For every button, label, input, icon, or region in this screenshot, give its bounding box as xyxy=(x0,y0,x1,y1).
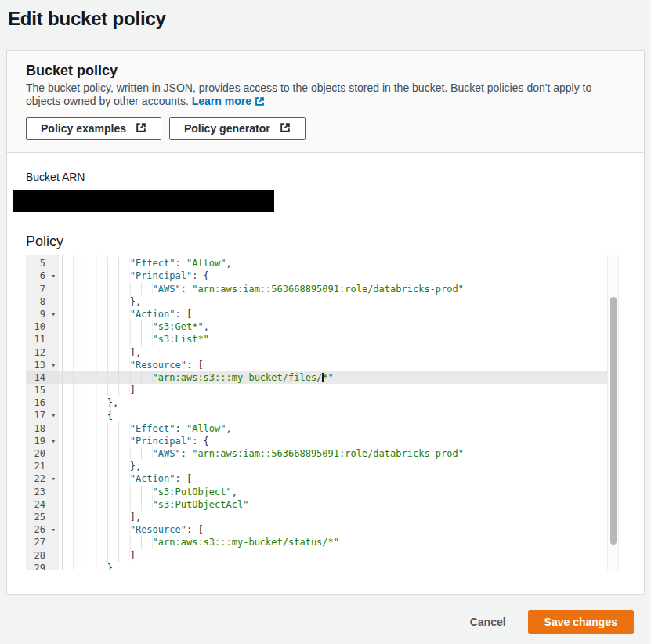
policy-label: Policy xyxy=(26,233,625,250)
code-token: "Principal" xyxy=(130,436,192,447)
code-token: }, xyxy=(107,397,118,408)
code-line-18[interactable]: 18"Effect": "Allow", xyxy=(26,422,619,435)
fold-arrow-icon[interactable]: ▾ xyxy=(52,359,56,371)
fold-arrow-icon[interactable]: ▾ xyxy=(52,270,56,282)
code-line-content[interactable]: }, xyxy=(59,295,619,308)
code-line-28[interactable]: 28] xyxy=(26,549,619,562)
code-line-12[interactable]: 12], xyxy=(26,346,619,359)
code-line-15[interactable]: 15] xyxy=(26,384,619,396)
code-token: : [ xyxy=(175,309,192,320)
policy-json-editor[interactable]: 4▾{5"Effect": "Allow",6▾"Principal": {7"… xyxy=(26,255,619,570)
learn-more-link[interactable]: Learn more xyxy=(192,95,265,107)
code-line-23[interactable]: 23"s3:PutObject", xyxy=(26,486,619,498)
code-token: *" xyxy=(322,372,333,383)
code-line-22[interactable]: 22▾"Action": [ xyxy=(26,472,619,485)
code-line-content[interactable]: "Action": [ xyxy=(59,308,619,320)
code-line-21[interactable]: 21}, xyxy=(26,460,619,472)
code-line-content[interactable]: ] xyxy=(59,549,619,562)
code-line-26[interactable]: 26▾"Resource": [ xyxy=(26,523,619,536)
code-line-content[interactable]: { xyxy=(59,409,619,421)
gutter-line-number: 25 xyxy=(26,511,59,523)
code-line-content[interactable]: "Principal": { xyxy=(59,270,619,282)
gutter-line-number: 24 xyxy=(26,498,59,511)
code-token: : { xyxy=(192,436,209,447)
code-token: "Effect" xyxy=(130,258,175,269)
cancel-button[interactable]: Cancel xyxy=(470,616,506,628)
code-line-content[interactable]: "s3:Get*", xyxy=(59,320,619,333)
code-line-10[interactable]: 10"s3:Get*", xyxy=(26,320,619,333)
code-line-content[interactable]: }, xyxy=(59,460,619,472)
code-line-9[interactable]: 9▾"Action": [ xyxy=(26,308,619,320)
code-line-content[interactable]: "Action": [ xyxy=(59,472,619,485)
gutter-line-number: 29 xyxy=(26,562,59,570)
fold-arrow-icon[interactable]: ▾ xyxy=(52,308,56,320)
code-line-7[interactable]: 7"AWS": "arn:aws:iam::563668895091:role/… xyxy=(26,283,619,295)
code-line-24[interactable]: 24"s3:PutObjectAcl" xyxy=(26,498,619,511)
gutter-line-number: 13▾ xyxy=(26,359,59,371)
gutter-line-number: 14 xyxy=(26,371,59,384)
code-line-content[interactable]: "s3:PutObject", xyxy=(59,486,619,498)
code-line-content[interactable]: "s3:List*" xyxy=(59,333,619,346)
code-line-11[interactable]: 11"s3:List*" xyxy=(26,333,619,346)
code-line-8[interactable]: 8}, xyxy=(26,295,619,308)
code-line-27[interactable]: 27"arn:aws:s3:::my-bucket/status/*" xyxy=(26,536,619,548)
code-line-29[interactable]: 29}, xyxy=(26,562,619,570)
code-line-content[interactable]: "AWS": "arn:aws:iam::563668895091:role/d… xyxy=(59,283,619,295)
gutter-line-number: 26▾ xyxy=(26,523,59,536)
indent-guides xyxy=(62,396,107,409)
code-line-25[interactable]: 25], xyxy=(26,511,619,523)
indent-guides xyxy=(62,523,130,536)
code-token: }, xyxy=(107,563,118,570)
editor-scrollbar-track[interactable] xyxy=(607,255,619,570)
fold-arrow-icon[interactable]: ▾ xyxy=(52,409,56,421)
code-line-13[interactable]: 13▾"Resource": [ xyxy=(26,359,619,371)
save-changes-button[interactable]: Save changes xyxy=(528,610,634,634)
code-token: "Action" xyxy=(130,309,175,320)
code-line-content[interactable]: ], xyxy=(59,511,619,523)
editor-rows: 4▾{5"Effect": "Allow",6▾"Principal": {7"… xyxy=(26,255,619,570)
code-line-16[interactable]: 16}, xyxy=(26,396,619,409)
code-token: "arn:aws:iam::563668895091:role/databric… xyxy=(192,284,464,295)
code-line-content[interactable]: }, xyxy=(59,562,619,570)
code-line-17[interactable]: 17▾{ xyxy=(26,409,619,421)
indent-guides xyxy=(62,359,130,371)
indent-guides xyxy=(62,371,153,384)
code-line-content[interactable]: "arn:aws:s3:::my-bucket/status/*" xyxy=(59,536,619,548)
code-line-14[interactable]: 14"arn:aws:s3:::my-bucket/files/*" xyxy=(26,371,619,384)
code-line-5[interactable]: 5"Effect": "Allow", xyxy=(26,257,619,270)
bucket-policy-card: Bucket policy The bucket policy, written… xyxy=(6,50,645,595)
code-token: : [ xyxy=(175,473,192,484)
code-line-content[interactable]: "s3:PutObjectAcl" xyxy=(59,498,619,511)
code-line-content[interactable]: }, xyxy=(59,396,619,409)
indent-guides xyxy=(62,409,107,421)
code-line-content[interactable]: ] xyxy=(59,384,619,396)
code-line-19[interactable]: 19▾"Principal": { xyxy=(26,435,619,447)
code-line-6[interactable]: 6▾"Principal": { xyxy=(26,270,619,282)
fold-arrow-icon[interactable]: ▾ xyxy=(52,472,56,485)
code-line-content[interactable]: "arn:aws:s3:::my-bucket/files/*" xyxy=(59,371,619,384)
gutter-line-number: 7 xyxy=(26,283,59,295)
indent-guides xyxy=(62,333,153,346)
code-line-content[interactable]: "AWS": "arn:aws:iam::563668895091:role/d… xyxy=(59,447,619,460)
external-link-icon xyxy=(255,96,265,110)
code-token: ], xyxy=(130,347,141,358)
indent-guides xyxy=(62,435,130,447)
code-line-20[interactable]: 20"AWS": "arn:aws:iam::563668895091:role… xyxy=(26,447,619,460)
policy-examples-button[interactable]: Policy examples xyxy=(26,117,161,140)
code-line-content[interactable]: ], xyxy=(59,346,619,359)
code-token: , xyxy=(226,423,232,434)
code-line-content[interactable]: "Principal": { xyxy=(59,435,619,447)
editor-scrollbar-thumb[interactable] xyxy=(610,297,617,545)
section-heading: Bucket policy xyxy=(26,62,625,79)
policy-generator-button[interactable]: Policy generator xyxy=(169,117,306,140)
fold-arrow-icon[interactable]: ▾ xyxy=(52,435,56,447)
code-line-content[interactable]: "Resource": [ xyxy=(59,359,619,371)
code-line-content[interactable]: "Resource": [ xyxy=(59,523,619,536)
code-line-content[interactable]: "Effect": "Allow", xyxy=(59,257,619,270)
code-line-content[interactable]: "Effect": "Allow", xyxy=(59,422,619,435)
fold-arrow-icon[interactable]: ▾ xyxy=(52,523,56,536)
gutter-line-number: 27 xyxy=(26,536,59,548)
code-token: : { xyxy=(192,270,209,281)
code-token: "arn:aws:iam::563668895091:role/databric… xyxy=(192,448,464,459)
gutter-line-number: 12 xyxy=(26,346,59,359)
